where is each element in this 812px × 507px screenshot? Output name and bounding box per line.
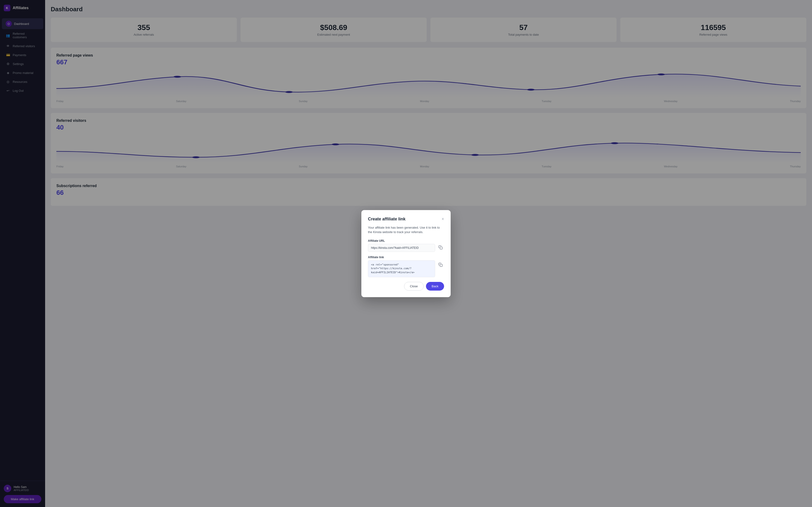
svg-rect-8: [440, 247, 443, 249]
affiliate-url-label: Affiliate URL: [368, 239, 444, 242]
modal-close-button[interactable]: ×: [442, 217, 444, 221]
modal-overlay[interactable]: Create affiliate link × Your affiliate l…: [0, 0, 812, 507]
svg-rect-9: [440, 264, 443, 266]
affiliate-link-code: <a rel="sponsored" href="https://kinsta.…: [368, 260, 435, 277]
copy-link-button[interactable]: [437, 261, 444, 269]
affiliate-link-field: Affiliate link <a rel="sponsored" href="…: [368, 256, 444, 277]
close-button[interactable]: Close: [404, 282, 424, 291]
modal-header: Create affiliate link ×: [368, 217, 444, 222]
back-button[interactable]: Back: [426, 282, 444, 291]
modal-title: Create affiliate link: [368, 217, 406, 222]
modal-description: Your affiliate link has been generated. …: [368, 225, 444, 234]
affiliate-link-label: Affiliate link: [368, 256, 444, 259]
affiliate-url-field: Affiliate URL: [368, 239, 444, 252]
affiliate-url-input[interactable]: [368, 244, 435, 252]
affiliate-url-wrap: [368, 244, 444, 252]
create-affiliate-link-modal: Create affiliate link × Your affiliate l…: [361, 210, 451, 297]
affiliate-link-wrap: <a rel="sponsored" href="https://kinsta.…: [368, 260, 444, 277]
copy-url-button[interactable]: [437, 244, 444, 252]
modal-footer: Close Back: [368, 282, 444, 291]
